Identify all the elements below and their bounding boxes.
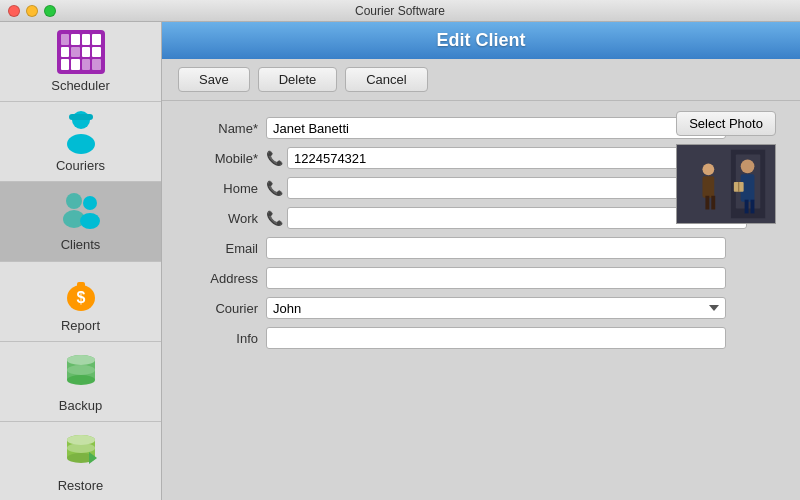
title-bar: Courier Software (0, 0, 800, 22)
page-title: Edit Client (437, 30, 526, 50)
minimize-button[interactable] (26, 5, 38, 17)
email-label: Email (186, 241, 266, 256)
work-label: Work (186, 211, 266, 226)
photo-svg (677, 144, 775, 224)
name-label: Name* (186, 121, 266, 136)
close-button[interactable] (8, 5, 20, 17)
sidebar-item-backup[interactable]: Backup (0, 342, 161, 422)
window-controls[interactable] (8, 5, 56, 17)
work-phone-icon: 📞 (266, 210, 283, 226)
address-label: Address (186, 271, 266, 286)
window-title: Courier Software (355, 4, 445, 18)
sidebar-item-restore[interactable]: Restore (0, 422, 161, 500)
photo-inner (677, 145, 775, 223)
report-icon: $ (59, 270, 103, 314)
app-body: Scheduler Couriers Clients (0, 22, 800, 500)
scheduler-icon (57, 30, 105, 74)
restore-label: Restore (58, 478, 104, 493)
svg-rect-33 (751, 200, 755, 214)
courier-row: Courier John Mike Sarah (186, 297, 776, 319)
photo-preview (676, 144, 776, 224)
svg-rect-31 (711, 196, 715, 210)
clients-icon (56, 191, 106, 233)
home-label: Home (186, 181, 266, 196)
svg-point-13 (67, 365, 95, 375)
restore-icon (59, 430, 103, 474)
couriers-icon (59, 110, 103, 154)
info-row: Info (186, 327, 776, 349)
courier-label: Courier (186, 301, 266, 316)
toolbar: Save Delete Cancel (162, 59, 800, 101)
svg-rect-30 (705, 196, 709, 210)
info-label: Info (186, 331, 266, 346)
backup-label: Backup (59, 398, 102, 413)
save-button[interactable]: Save (178, 67, 250, 92)
email-row: Email (186, 237, 776, 259)
select-photo-button[interactable]: Select Photo (676, 111, 776, 136)
address-input[interactable] (266, 267, 726, 289)
name-input[interactable] (266, 117, 726, 139)
svg-point-14 (67, 355, 95, 365)
sidebar-item-clients[interactable]: Clients (0, 182, 161, 262)
photo-section: Select Photo (676, 111, 776, 224)
content-area: Edit Client Save Delete Cancel Select Ph… (162, 22, 800, 500)
sidebar-item-couriers[interactable]: Couriers (0, 102, 161, 182)
address-row: Address (186, 267, 776, 289)
maximize-button[interactable] (44, 5, 56, 17)
delete-button[interactable]: Delete (258, 67, 338, 92)
report-label: Report (61, 318, 100, 333)
courier-select[interactable]: John Mike Sarah (266, 297, 726, 319)
sidebar: Scheduler Couriers Clients (0, 22, 162, 500)
sidebar-item-report[interactable]: $ Report (0, 262, 161, 342)
clients-label: Clients (61, 237, 101, 252)
scheduler-label: Scheduler (51, 78, 110, 93)
svg-point-19 (67, 435, 95, 445)
mobile-label: Mobile* (186, 151, 266, 166)
svg-rect-29 (702, 176, 714, 198)
mobile-phone-icon: 📞 (266, 150, 283, 166)
svg-point-2 (67, 134, 95, 154)
svg-rect-32 (745, 200, 749, 214)
svg-point-24 (741, 160, 755, 174)
svg-point-5 (83, 196, 97, 210)
sidebar-item-scheduler[interactable]: Scheduler (0, 22, 161, 102)
svg-point-6 (80, 213, 100, 229)
svg-rect-1 (69, 114, 93, 120)
info-input[interactable] (266, 327, 726, 349)
svg-point-28 (702, 163, 714, 175)
email-input[interactable] (266, 237, 726, 259)
cancel-button[interactable]: Cancel (345, 67, 427, 92)
svg-point-3 (66, 193, 82, 209)
svg-text:$: $ (76, 289, 85, 306)
form-area: Select Photo (162, 101, 800, 500)
content-header: Edit Client (162, 22, 800, 59)
home-phone-icon: 📞 (266, 180, 283, 196)
backup-icon (59, 350, 103, 394)
svg-point-12 (67, 375, 95, 385)
couriers-label: Couriers (56, 158, 105, 173)
